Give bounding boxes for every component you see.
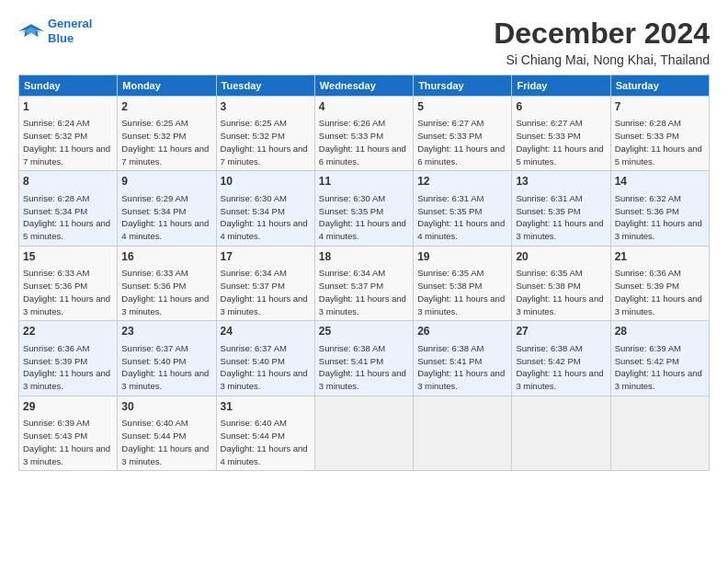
sunrise: Sunrise: 6:38 AM xyxy=(417,343,483,353)
sunset: Sunset: 5:43 PM xyxy=(23,431,87,441)
day-number: 20 xyxy=(516,249,606,265)
table-row: 11Sunrise: 6:30 AMSunset: 5:35 PMDayligh… xyxy=(314,171,413,246)
day-number: 19 xyxy=(417,249,507,265)
header-row: Sunday Monday Tuesday Wednesday Thursday… xyxy=(19,75,710,97)
sunset: Sunset: 5:38 PM xyxy=(516,281,580,291)
daylight: Daylight: 11 hours and 3 minutes. xyxy=(615,368,702,391)
sunrise: Sunrise: 6:39 AM xyxy=(615,343,681,353)
logo-line1: General xyxy=(48,17,92,30)
table-row: 5Sunrise: 6:27 AMSunset: 5:33 PMDaylight… xyxy=(414,97,512,171)
sunrise: Sunrise: 6:40 AM xyxy=(121,418,188,428)
sunset: Sunset: 5:44 PM xyxy=(221,431,285,441)
daylight: Daylight: 11 hours and 3 minutes. xyxy=(221,368,308,391)
sunrise: Sunrise: 6:35 AM xyxy=(516,268,582,278)
sunset: Sunset: 5:35 PM xyxy=(319,206,383,216)
col-saturday: Saturday xyxy=(610,75,709,97)
sunrise: Sunrise: 6:28 AM xyxy=(23,193,89,203)
month-title: December 2024 xyxy=(494,17,710,51)
table-row: 6Sunrise: 6:27 AMSunset: 5:33 PMDaylight… xyxy=(512,97,610,171)
day-number: 1 xyxy=(23,99,113,115)
sunrise: Sunrise: 6:25 AM xyxy=(121,118,188,128)
day-number: 23 xyxy=(121,324,211,339)
table-row: 19Sunrise: 6:35 AMSunset: 5:38 PMDayligh… xyxy=(414,246,512,320)
day-number: 5 xyxy=(417,99,507,115)
day-number: 10 xyxy=(221,174,311,190)
sunset: Sunset: 5:39 PM xyxy=(23,356,87,366)
header: General Blue December 2024 Si Chiang Mai… xyxy=(18,17,710,67)
sunset: Sunset: 5:39 PM xyxy=(615,281,679,291)
table-row: 28Sunrise: 6:39 AMSunset: 5:42 PMDayligh… xyxy=(610,321,709,396)
sunrise: Sunrise: 6:40 AM xyxy=(221,418,287,428)
daylight: Daylight: 11 hours and 6 minutes. xyxy=(319,144,406,167)
sunrise: Sunrise: 6:37 AM xyxy=(221,343,287,353)
table-row: 20Sunrise: 6:35 AMSunset: 5:38 PMDayligh… xyxy=(512,246,610,320)
sunrise: Sunrise: 6:38 AM xyxy=(319,343,385,353)
daylight: Daylight: 11 hours and 4 minutes. xyxy=(121,218,209,241)
day-number: 14 xyxy=(615,174,705,190)
logo-icon xyxy=(18,21,44,41)
sunset: Sunset: 5:41 PM xyxy=(319,356,383,366)
sunset: Sunset: 5:32 PM xyxy=(23,131,87,141)
sunset: Sunset: 5:36 PM xyxy=(23,281,87,291)
sunset: Sunset: 5:34 PM xyxy=(221,206,285,216)
table-row: 9Sunrise: 6:29 AMSunset: 5:34 PMDaylight… xyxy=(118,171,216,246)
daylight: Daylight: 11 hours and 5 minutes. xyxy=(615,144,702,167)
calendar-body: 1Sunrise: 6:24 AMSunset: 5:32 PMDaylight… xyxy=(19,97,710,471)
daylight: Daylight: 11 hours and 3 minutes. xyxy=(615,293,702,316)
table-row: 17Sunrise: 6:34 AMSunset: 5:37 PMDayligh… xyxy=(216,246,314,320)
daylight: Daylight: 11 hours and 3 minutes. xyxy=(121,368,209,391)
logo-text: General Blue xyxy=(48,17,92,45)
sunset: Sunset: 5:41 PM xyxy=(417,356,482,366)
daylight: Daylight: 11 hours and 7 minutes. xyxy=(121,144,209,167)
daylight: Daylight: 11 hours and 3 minutes. xyxy=(23,443,110,466)
daylight: Daylight: 11 hours and 7 minutes. xyxy=(23,144,110,167)
table-row: 4Sunrise: 6:26 AMSunset: 5:33 PMDaylight… xyxy=(314,97,413,171)
table-row: 24Sunrise: 6:37 AMSunset: 5:40 PMDayligh… xyxy=(216,321,314,396)
sunrise: Sunrise: 6:36 AM xyxy=(615,268,681,278)
sunset: Sunset: 5:35 PM xyxy=(417,206,482,216)
sunrise: Sunrise: 6:27 AM xyxy=(516,118,582,128)
table-row xyxy=(414,396,512,470)
day-number: 2 xyxy=(121,99,211,115)
col-monday: Monday xyxy=(118,75,216,97)
sunrise: Sunrise: 6:33 AM xyxy=(121,268,188,278)
daylight: Daylight: 11 hours and 4 minutes. xyxy=(221,218,308,241)
table-row xyxy=(610,396,709,470)
table-row: 13Sunrise: 6:31 AMSunset: 5:35 PMDayligh… xyxy=(512,171,610,246)
daylight: Daylight: 11 hours and 3 minutes. xyxy=(417,368,505,391)
sunset: Sunset: 5:40 PM xyxy=(221,356,285,366)
day-number: 29 xyxy=(23,399,113,415)
sunset: Sunset: 5:37 PM xyxy=(319,281,383,291)
table-row: 21Sunrise: 6:36 AMSunset: 5:39 PMDayligh… xyxy=(610,246,709,320)
day-number: 3 xyxy=(221,99,311,115)
table-row: 7Sunrise: 6:28 AMSunset: 5:33 PMDaylight… xyxy=(610,97,709,171)
sunset: Sunset: 5:34 PM xyxy=(23,206,87,216)
sunrise: Sunrise: 6:25 AM xyxy=(221,118,287,128)
day-number: 12 xyxy=(417,174,507,190)
sunset: Sunset: 5:36 PM xyxy=(121,281,186,291)
daylight: Daylight: 11 hours and 4 minutes. xyxy=(319,218,406,241)
table-row xyxy=(314,396,413,470)
day-number: 16 xyxy=(121,249,211,265)
day-number: 27 xyxy=(516,324,606,339)
day-number: 30 xyxy=(121,399,211,415)
calendar-table: Sunday Monday Tuesday Wednesday Thursday… xyxy=(18,75,710,471)
table-row: 27Sunrise: 6:38 AMSunset: 5:42 PMDayligh… xyxy=(512,321,610,396)
daylight: Daylight: 11 hours and 5 minutes. xyxy=(23,218,110,241)
sunrise: Sunrise: 6:29 AM xyxy=(121,193,188,203)
day-number: 4 xyxy=(319,99,409,115)
sunset: Sunset: 5:42 PM xyxy=(615,356,679,366)
sunrise: Sunrise: 6:27 AM xyxy=(417,118,483,128)
sunrise: Sunrise: 6:26 AM xyxy=(319,118,385,128)
sunset: Sunset: 5:33 PM xyxy=(615,131,679,141)
daylight: Daylight: 11 hours and 3 minutes. xyxy=(319,368,406,391)
sunrise: Sunrise: 6:31 AM xyxy=(417,193,483,203)
daylight: Daylight: 11 hours and 3 minutes. xyxy=(319,293,406,316)
col-sunday: Sunday xyxy=(19,75,118,97)
table-row: 26Sunrise: 6:38 AMSunset: 5:41 PMDayligh… xyxy=(414,321,512,396)
sunrise: Sunrise: 6:34 AM xyxy=(319,268,385,278)
day-number: 28 xyxy=(615,324,705,339)
col-thursday: Thursday xyxy=(414,75,512,97)
sunrise: Sunrise: 6:35 AM xyxy=(417,268,483,278)
page: General Blue December 2024 Si Chiang Mai… xyxy=(0,0,728,480)
